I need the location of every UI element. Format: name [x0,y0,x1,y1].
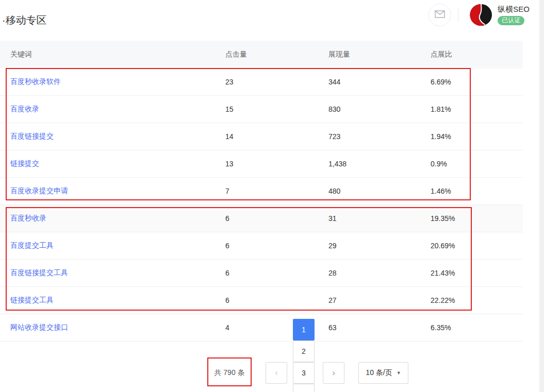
keyword-link[interactable]: 百度提交工具 [10,241,54,249]
keyword-link[interactable]: 网站收录提交接口 [10,323,68,331]
ctr-cell: 21.43% [431,269,523,277]
mail-icon [435,10,445,20]
table-row: 百度收录158301.81% [0,96,523,123]
keyword-link[interactable]: 链接提交 [10,159,39,167]
mail-button[interactable] [428,4,451,26]
page-size-select[interactable]: 10 条/页 ▼ [358,362,408,384]
chevron-left-icon: ‹ [275,368,278,378]
keyword-link[interactable]: 百度秒收录 [10,214,46,222]
keyword-link[interactable]: 链接提交工具 [10,296,54,304]
keyword-link[interactable]: 百度链接提交 [10,132,54,140]
keyword-cell: 链接提交工具 [0,296,225,305]
page-button-3[interactable]: 3 [293,362,315,384]
impressions-cell: 28 [328,269,431,277]
pagination: 共 790 条 ‹ 123•••79 › 10 条/页 ▼ [208,362,408,384]
ctr-cell: 1.81% [431,105,523,113]
avatar[interactable] [470,4,492,26]
keyword-cell: 百度秒收录软件 [0,77,225,87]
keyword-link[interactable]: 百度收录提交申请 [10,186,68,195]
user-name: 纵横SEO [498,5,530,14]
table-row: 百度链接提交工具62821.43% [0,260,523,287]
clicks-cell: 6 [225,269,328,277]
ctr-cell: 1.46% [431,187,523,195]
keywords-table: 关键词 点击量 展现量 点展比 百度秒收录软件233446.69%百度收录158… [0,41,523,342]
keyword-link[interactable]: 百度收录 [10,105,39,113]
clicks-cell: 7 [225,187,328,195]
user-meta: 纵横SEO 已认证 [498,5,530,25]
clicks-cell: 13 [225,160,328,168]
page-ellipsis[interactable]: ••• [293,384,315,392]
impressions-cell: 830 [328,105,431,113]
column-header-impressions: 展现量 [328,50,431,59]
table-row: 百度收录提交申请74801.46% [0,178,523,205]
prev-page-button[interactable]: ‹ [266,362,287,384]
column-header-keyword: 关键词 [0,50,225,59]
ctr-cell: 20.69% [431,242,523,250]
chevron-down-icon: ▼ [397,370,401,376]
keyword-link[interactable]: 百度秒收录软件 [10,77,61,86]
table-row: 链接提交131,4380.9% [0,150,523,178]
total-count: 共 790 条 [208,368,251,378]
column-header-ctr: 点展比 [431,50,523,59]
next-page-button[interactable]: › [323,362,344,384]
keyword-link[interactable]: 百度链接提交工具 [10,268,68,277]
page-title: ·移动专区 [2,13,47,27]
keyword-cell: 百度链接提交 [0,132,225,141]
topbar-right: 纵横SEO 已认证 [428,3,530,27]
verified-badge: 已认证 [498,16,524,25]
ctr-cell: 0.9% [431,160,523,168]
keyword-cell: 百度收录提交申请 [0,186,225,196]
topbar: ·移动专区 [0,0,544,41]
clicks-cell: 23 [225,78,328,86]
screen: ·移动专区 [0,0,544,392]
table-row: 链接提交工具62722.22% [0,287,523,314]
table-row: 百度秒收录63119.35% [0,205,523,232]
brand-logo-icon [470,19,492,26]
page-button-2[interactable]: 2 [293,340,315,362]
impressions-cell: 27 [328,296,431,304]
clicks-cell: 14 [225,132,328,141]
table-row: 网站收录提交接口4636.35% [0,314,523,342]
scrollbar[interactable] [539,0,544,392]
ctr-cell: 6.35% [431,323,523,332]
clicks-cell: 15 [225,105,328,113]
impressions-cell: 480 [328,187,431,195]
clicks-cell: 6 [225,214,328,223]
impressions-cell: 344 [328,78,431,86]
impressions-cell: 1,438 [328,160,431,168]
table-header: 关键词 点击量 展现量 点展比 [0,41,523,69]
keyword-cell: 百度秒收录 [0,214,225,223]
clicks-cell: 6 [225,296,328,304]
ctr-cell: 22.22% [431,296,523,304]
keyword-cell: 百度收录 [0,105,225,114]
impressions-cell: 31 [328,214,431,223]
ctr-cell: 1.94% [431,132,523,141]
clicks-cell: 6 [225,242,328,250]
keyword-cell: 百度链接提交工具 [0,268,225,278]
table-row: 百度秒收录软件233446.69% [0,69,523,96]
ctr-cell: 6.69% [431,78,523,86]
keyword-cell: 网站收录提交接口 [0,323,225,332]
page-buttons: 123•••79 [293,319,320,392]
column-header-clicks: 点击量 [225,50,328,59]
page-size-value: 10 条/页 [366,368,392,378]
impressions-cell: 723 [328,132,431,141]
table-body: 百度秒收录软件233446.69%百度收录158301.81%百度链接提交147… [0,69,523,342]
chevron-right-icon: › [332,368,335,378]
keyword-cell: 百度提交工具 [0,241,225,250]
impressions-cell: 63 [328,323,431,332]
impressions-cell: 29 [328,242,431,250]
page-button-1[interactable]: 1 [293,319,315,340]
table-row: 百度提交工具62920.69% [0,232,523,260]
keyword-cell: 链接提交 [0,159,225,168]
divider [458,7,458,23]
ctr-cell: 19.35% [431,214,523,223]
table-row: 百度链接提交147231.94% [0,123,523,150]
